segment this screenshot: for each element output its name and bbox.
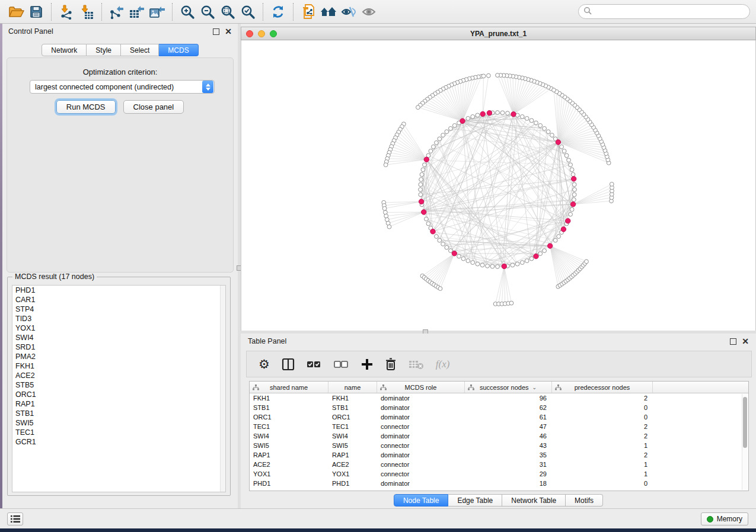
- cell-name[interactable]: SWI5: [328, 441, 377, 450]
- cell-predecessor-nodes[interactable]: 2: [552, 393, 653, 403]
- tab-select[interactable]: Select: [121, 44, 159, 56]
- cell-name[interactable]: ACE2: [328, 460, 377, 469]
- show-graphics-details-icon[interactable]: [359, 2, 379, 21]
- tab-network[interactable]: Network: [42, 44, 87, 56]
- zoom-fit-icon[interactable]: [218, 2, 238, 21]
- cell-successor-nodes[interactable]: 18: [465, 479, 552, 488]
- network-home-icon[interactable]: [318, 2, 339, 21]
- export-network-icon[interactable]: [107, 2, 127, 21]
- mcds-result-item[interactable]: ORC1: [12, 390, 225, 399]
- refresh-view-icon[interactable]: [268, 2, 288, 21]
- mcds-result-item[interactable]: CAR1: [12, 295, 225, 305]
- add-column-icon[interactable]: [361, 355, 373, 373]
- tab-edge-table[interactable]: Edge Table: [448, 494, 502, 507]
- mcds-result-item[interactable]: ACE2: [12, 371, 225, 380]
- cell-shared-name[interactable]: PHD1: [250, 479, 328, 488]
- task-history-button[interactable]: [7, 512, 23, 525]
- mcds-result-item[interactable]: YOX1: [12, 323, 225, 333]
- cell-successor-nodes[interactable]: 96: [465, 393, 552, 403]
- mcds-result-item[interactable]: STB5: [12, 380, 225, 390]
- export-image-icon[interactable]: [147, 2, 167, 21]
- mcds-result-item[interactable]: GCR1: [12, 437, 225, 447]
- hide-graphics-details-icon[interactable]: [339, 2, 359, 21]
- table-row[interactable]: ORC1ORC1dominator610: [250, 412, 748, 422]
- mcds-result-item[interactable]: STP4: [12, 305, 225, 314]
- cell-name[interactable]: YOX1: [328, 469, 377, 479]
- cell-shared-name[interactable]: RAP1: [250, 450, 328, 460]
- tab-node-table[interactable]: Node Table: [394, 494, 449, 507]
- table-row[interactable]: ACE2ACE2connector311: [250, 460, 748, 469]
- tab-style[interactable]: Style: [87, 44, 121, 56]
- duplicate-network-icon[interactable]: [298, 2, 318, 21]
- cell-mcds-role[interactable]: dominator: [377, 393, 465, 403]
- cell-shared-name[interactable]: ORC1: [250, 412, 328, 422]
- table-scrollbar[interactable]: [742, 394, 748, 490]
- import-table-icon[interactable]: [76, 2, 97, 21]
- cell-name[interactable]: STB1: [328, 403, 377, 412]
- mcds-result-item[interactable]: SWI5: [12, 418, 225, 428]
- cell-predecessor-nodes[interactable]: 0: [552, 403, 653, 412]
- column-header-MCDS-role[interactable]: MCDS role: [377, 382, 465, 393]
- float-table-panel-icon[interactable]: [730, 338, 736, 345]
- cell-predecessor-nodes[interactable]: 1: [552, 441, 653, 450]
- network-window-titlebar[interactable]: YPA_prune.txt_1: [241, 27, 756, 40]
- cell-mcds-role[interactable]: dominator: [377, 412, 465, 422]
- cell-mcds-role[interactable]: connector: [377, 441, 465, 450]
- mcds-result-item[interactable]: FKH1: [12, 361, 225, 371]
- deselect-all-icon[interactable]: [334, 355, 349, 373]
- close-panel-icon[interactable]: ✕: [225, 28, 232, 35]
- cell-successor-nodes[interactable]: 46: [465, 431, 552, 441]
- cell-name[interactable]: SWI4: [328, 431, 377, 441]
- cell-predecessor-nodes[interactable]: 2: [552, 431, 653, 441]
- column-header-name[interactable]: name: [328, 382, 377, 393]
- table-row[interactable]: RAP1RAP1dominator352: [250, 450, 748, 460]
- split-panel-icon[interactable]: [282, 355, 295, 373]
- cell-successor-nodes[interactable]: 43: [465, 441, 552, 450]
- cell-predecessor-nodes[interactable]: 2: [552, 450, 653, 460]
- table-row[interactable]: FKH1FKH1dominator962: [250, 393, 748, 403]
- cell-mcds-role[interactable]: connector: [377, 469, 465, 479]
- cell-shared-name[interactable]: FKH1: [250, 393, 328, 403]
- table-row[interactable]: SWI4SWI4dominator462: [250, 431, 748, 441]
- cell-shared-name[interactable]: SWI5: [250, 441, 328, 450]
- run-mcds-button[interactable]: Run MCDS: [56, 100, 116, 114]
- column-header-shared-name[interactable]: shared name: [250, 382, 328, 393]
- cell-shared-name[interactable]: ACE2: [250, 460, 328, 469]
- mcds-result-item[interactable]: TEC1: [12, 428, 225, 437]
- cell-predecessor-nodes[interactable]: 0: [552, 412, 653, 422]
- zoom-in-icon[interactable]: [177, 2, 197, 21]
- cell-name[interactable]: TEC1: [328, 422, 377, 431]
- save-session-icon[interactable]: [26, 2, 46, 21]
- mcds-result-item[interactable]: PHD1: [12, 286, 225, 295]
- mcds-result-item[interactable]: RAP1: [12, 399, 225, 409]
- mcds-result-item[interactable]: PMA2: [12, 352, 225, 361]
- cell-mcds-role[interactable]: dominator: [377, 403, 465, 412]
- mcds-result-item[interactable]: SWI4: [12, 333, 225, 342]
- mcds-result-item[interactable]: SRD1: [12, 342, 225, 352]
- tab-mcds[interactable]: MCDS: [159, 44, 198, 56]
- cell-name[interactable]: ORC1: [328, 412, 377, 422]
- network-view-canvas[interactable]: [241, 40, 756, 331]
- cell-successor-nodes[interactable]: 29: [465, 469, 552, 479]
- open-session-icon[interactable]: [6, 2, 26, 21]
- search-box[interactable]: [578, 4, 750, 19]
- optimization-criterion-select[interactable]: largest connected component (undirected): [30, 80, 215, 94]
- cell-mcds-role[interactable]: dominator: [377, 431, 465, 441]
- cell-mcds-role[interactable]: dominator: [377, 450, 465, 460]
- close-panel-button[interactable]: Close panel: [123, 100, 184, 114]
- zoom-selected-icon[interactable]: [238, 2, 258, 21]
- tab-motifs[interactable]: Motifs: [566, 494, 603, 507]
- cell-shared-name[interactable]: YOX1: [250, 469, 328, 479]
- cell-name[interactable]: FKH1: [328, 393, 377, 403]
- cell-mcds-role[interactable]: connector: [377, 422, 465, 431]
- cell-successor-nodes[interactable]: 35: [465, 450, 552, 460]
- delete-table-icon[interactable]: [409, 355, 424, 373]
- table-row[interactable]: STB1STB1dominator620: [250, 403, 748, 412]
- mcds-list-scrollbar[interactable]: [220, 286, 225, 492]
- table-row[interactable]: TEC1TEC1connector472: [250, 422, 748, 431]
- memory-button[interactable]: Memory: [701, 512, 748, 525]
- table-row[interactable]: SWI5SWI5connector431: [250, 441, 748, 450]
- function-builder-icon[interactable]: f(x): [436, 355, 450, 373]
- cell-name[interactable]: RAP1: [328, 450, 377, 460]
- close-table-panel-icon[interactable]: ✕: [742, 338, 749, 345]
